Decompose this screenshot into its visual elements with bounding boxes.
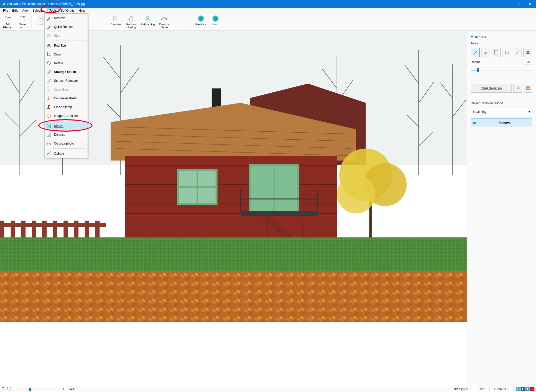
tb-next[interactable]: Next: [208, 14, 222, 26]
dd-remove[interactable]: Remove: [45, 14, 88, 22]
svg-rect-1: [517, 3, 519, 5]
svg-rect-13: [48, 106, 49, 108]
dd-scratch-remover[interactable]: Scratch Remover: [45, 76, 88, 85]
zoom-out-button[interactable]: −: [13, 387, 15, 391]
dd-crop[interactable]: Crop: [45, 50, 88, 59]
image-correction-icon: [46, 113, 51, 118]
maximize-button[interactable]: [512, 0, 524, 8]
dd-rotate[interactable]: Rotate: [45, 59, 88, 68]
undo-icon: [37, 15, 44, 22]
tool-rect-select[interactable]: [492, 48, 501, 57]
tool-lasso[interactable]: [502, 48, 511, 57]
status-format: JPG: [477, 387, 487, 391]
menu-help[interactable]: Help: [77, 8, 87, 13]
menu-selection[interactable]: Selection: [30, 8, 47, 13]
concealer-icon: [46, 96, 51, 101]
svg-point-30: [198, 15, 204, 21]
tb-retouching[interactable]: Retouching: [140, 14, 156, 26]
youtube-icon[interactable]: [530, 387, 534, 391]
tb-add-files[interactable]: Add File(s)...: [1, 14, 15, 29]
menubar: File Edit View Selection Tools SoftOrbit…: [0, 8, 536, 13]
info-icon[interactable]: i: [516, 387, 520, 391]
smudge-icon: [46, 69, 51, 75]
app-icon: [2, 2, 6, 6]
tool-eraser[interactable]: [481, 48, 490, 57]
menu-view[interactable]: View: [20, 8, 30, 13]
tool-magic-wand[interactable]: [513, 48, 522, 57]
tb-denoise[interactable]: Denoise: [109, 14, 123, 26]
svg-point-20: [48, 135, 49, 136]
dd-smudge-brush[interactable]: Smudge Brush: [45, 68, 88, 76]
app-title: SoftOrbits Photo Retoucher - cottage-297…: [7, 2, 85, 6]
tool-pencil[interactable]: [471, 48, 480, 57]
side-panel: Remove Tools Radius 50 Clear Selection: [467, 31, 536, 386]
svg-point-26: [114, 17, 115, 18]
svg-point-70: [337, 175, 375, 213]
dd-denoise[interactable]: Denoise: [45, 130, 88, 139]
select-outside-button[interactable]: [524, 84, 532, 93]
rotate-icon: [46, 61, 51, 66]
dd-colorize[interactable]: Colorize photo: [45, 139, 88, 148]
denoise-tb-icon: [112, 15, 119, 22]
radius-value[interactable]: 50: [524, 60, 532, 65]
dd-undo-brush: Undo Brush: [45, 85, 88, 94]
tool-row: [471, 48, 532, 57]
dd-options[interactable]: Options: [45, 149, 88, 158]
dd-stop: Stop: [45, 31, 88, 40]
retouch-icon: [144, 15, 151, 22]
svg-point-29: [146, 16, 149, 19]
zoom-slider[interactable]: [17, 387, 61, 391]
tb-reduce-blurring[interactable]: Reduce blurring: [123, 14, 139, 29]
radius-label: Radius: [471, 60, 480, 64]
dd-resize[interactable]: Resize: [45, 122, 88, 130]
close-button[interactable]: [524, 0, 536, 8]
svg-rect-9: [50, 79, 51, 80]
object-mode-select[interactable]: Inpainting ▾: [471, 108, 532, 116]
tb-previous[interactable]: Previous: [194, 14, 208, 26]
object-mode-label: Object Removing Mode: [471, 101, 532, 105]
svg-rect-10: [48, 96, 49, 99]
select-inside-button[interactable]: [513, 84, 522, 93]
colorize-icon: [46, 141, 51, 146]
tb-save-as[interactable]: Save as...: [15, 14, 29, 29]
facebook-icon[interactable]: f: [521, 387, 525, 391]
red-eye-icon: [46, 43, 51, 48]
folder-open-icon: [4, 15, 12, 22]
resize-icon: [46, 123, 51, 129]
zoom-in-button[interactable]: +: [62, 387, 65, 391]
clear-selection-button[interactable]: Clear Selection: [471, 84, 512, 93]
dd-concealer-brush[interactable]: Concealer Brush: [45, 94, 88, 103]
twitter-icon[interactable]: [525, 387, 530, 391]
menu-file[interactable]: File: [1, 8, 10, 13]
radius-slider[interactable]: [471, 67, 532, 73]
svg-rect-84: [527, 51, 529, 53]
panel-heading: Remove: [471, 34, 532, 39]
dd-quick-remove[interactable]: Quick Remove: [45, 22, 88, 31]
dd-clone-stamp[interactable]: Clone Stamp: [45, 103, 88, 111]
menu-softorbits[interactable]: SoftOrbits: [59, 8, 76, 13]
zoom-actual-icon[interactable]: [2, 387, 5, 391]
remove-icon: [46, 15, 51, 21]
svg-rect-14: [48, 105, 50, 106]
tool-stamp[interactable]: [523, 48, 532, 57]
svg-rect-11: [48, 99, 49, 100]
undo-brush-icon: [46, 87, 51, 92]
tb-colorize[interactable]: Colorize photo: [156, 14, 172, 29]
dd-image-correction[interactable]: Image Correction: [45, 111, 88, 120]
prev-icon: [197, 15, 205, 22]
zoom-percent: 54%: [66, 387, 77, 391]
menu-edit[interactable]: Edit: [10, 8, 20, 13]
dd-red-eye[interactable]: Red Eye: [45, 41, 88, 50]
remove-button[interactable]: ➡ Remove: [471, 118, 532, 127]
svg-point-27: [116, 18, 117, 19]
scratch-icon: [46, 78, 51, 83]
svg-point-8: [49, 70, 51, 72]
chevron-down-icon: ▾: [529, 110, 530, 114]
tools-dropdown: Remove Quick Remove Stop Red Eye Crop Ro…: [44, 13, 88, 158]
minimize-button[interactable]: [500, 0, 512, 8]
zoom-fit-icon[interactable]: [7, 387, 11, 391]
svg-rect-87: [517, 87, 518, 89]
svg-rect-92: [7, 387, 11, 390]
menu-tools[interactable]: Tools: [47, 8, 59, 13]
svg-rect-17: [47, 133, 51, 137]
